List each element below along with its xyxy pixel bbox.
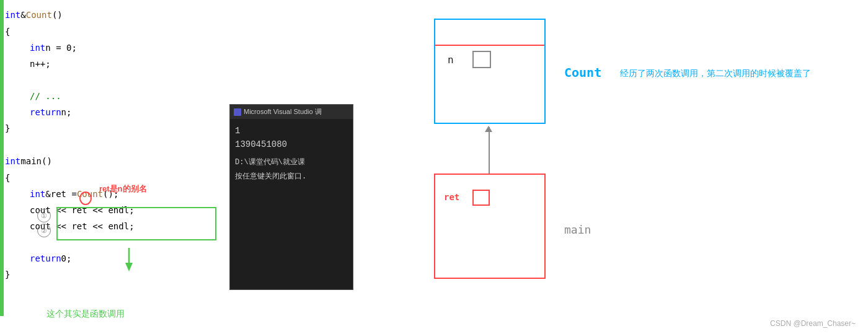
count-box: n (434, 19, 546, 124)
vs-icon (234, 108, 241, 116)
ret-decl: ret = (51, 189, 77, 199)
brace-open-2: { (5, 173, 10, 183)
vs-titlebar: Microsoft Visual Studio 调 (230, 105, 353, 119)
brace-close-1: } (5, 123, 10, 133)
circle-marker-1: ① (37, 209, 51, 222)
ret-memory-square (472, 190, 490, 206)
kw-int-n: int (5, 43, 45, 53)
fn-main: main() (20, 156, 52, 166)
vs-line-2: 1390451080 (235, 138, 348, 151)
kw-int-ret: int (5, 189, 45, 199)
code-block: int& Count() { int n = 0; n++; // ... re… (5, 6, 135, 283)
desc-text: 经历了两次函数调用，第二次调用的时候被覆盖了 (620, 68, 811, 79)
kw-int: int (5, 10, 20, 20)
n-memory-square (472, 51, 491, 68)
n-pp: n++; (5, 59, 51, 69)
vs-line-3: D:\课堂代码\就业课 (235, 157, 348, 169)
green-arrow-down (123, 248, 135, 273)
kw-return-2: return (5, 253, 61, 263)
paren1: () (52, 10, 63, 20)
call-annotation: 这个其实是函数调用 (46, 309, 125, 320)
vs-dialog: Microsoft Visual Studio 调 1 1390451080 D… (229, 104, 353, 290)
csdn-watermark: CSDN @Dream_Chaser~ (770, 319, 856, 328)
circle-marker-2: ② (37, 224, 51, 237)
count-label: Count (564, 65, 601, 80)
kw-return-1: return (5, 107, 61, 117)
vs-content: 1 1390451080 D:\课堂代码\就业课 按任意键关闭此窗口. (230, 119, 353, 188)
main-box: ret (434, 174, 546, 279)
vs-title: Microsoft Visual Studio 调 (244, 107, 322, 116)
count-inner-line (435, 45, 544, 46)
ret-n: n; (61, 107, 72, 117)
brace-open-1: { (5, 27, 10, 37)
amp-circle (79, 191, 92, 205)
left-bar (0, 0, 4, 316)
diagram-panel: n Count ret main 经历了两次函数调用，第二次调用的时候被覆盖了 (372, 12, 856, 322)
amp-count: & (20, 10, 25, 20)
amp-ret: & (45, 189, 50, 199)
ret-label: ret (444, 192, 459, 202)
fn-count: Count (26, 10, 52, 20)
svg-marker-1 (125, 263, 133, 271)
brace-close-2: } (5, 270, 10, 279)
n-decl: n = 0; (45, 43, 77, 53)
ret-alias-annotation: ret是n的别名 (99, 183, 147, 195)
zero: 0; (61, 253, 72, 263)
arrow-up-line (489, 127, 490, 174)
cout-highlight-box (56, 207, 216, 240)
vs-line-1: 1 (235, 124, 348, 138)
kw-int-main: int (5, 156, 20, 166)
comment: // ... (5, 91, 61, 101)
main-label: main (564, 223, 591, 236)
arrow-up-head (485, 126, 492, 132)
n-label: n (448, 54, 454, 66)
vs-line-4: 按任意键关闭此窗口. (235, 171, 348, 183)
